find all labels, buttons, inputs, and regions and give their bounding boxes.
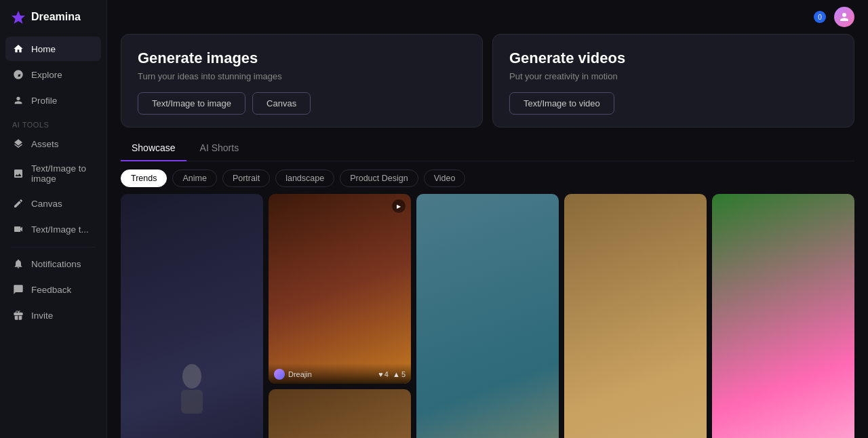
sidebar-item-invite[interactable]: Invite — [5, 303, 101, 327]
play-button-2[interactable]: ▶ — [392, 199, 406, 213]
sidebar-item-text-image[interactable]: Text/Image to image — [5, 157, 101, 190]
gallery-overlay-2: Dreajin ♥ 4 ▲ 5 — [269, 363, 411, 384]
logo-icon — [11, 9, 26, 24]
video-icon — [12, 223, 24, 235]
sidebar-item-explore[interactable]: Explore — [5, 62, 101, 87]
filter-portrait[interactable]: Portrait — [222, 170, 270, 187]
gallery-item-6[interactable]: Doane ♥ 2 ▲ 21 — [269, 389, 411, 438]
gallery-item-3[interactable]: Dreajin ♥ 6 ▲ 141 — [416, 194, 559, 438]
gallery-item-1[interactable]: Dreajin ♥ 12 ▲ 294 — [121, 194, 263, 438]
gallery: Dreajin ♥ 12 ▲ 294 ▶ Dreajin ♥ 4 ▲ 5 — [107, 194, 868, 438]
gallery-item-4[interactable]: Dreajin ♥ 10 ▲ 234 — [564, 194, 707, 438]
sidebar-canvas-label: Canvas — [31, 199, 62, 209]
sidebar-feedback-label: Feedback — [31, 285, 71, 295]
filter-landscape[interactable]: landscape — [275, 170, 334, 187]
logo[interactable]: Dreamina — [0, 0, 106, 34]
sidebar-notifications-label: Notifications — [31, 259, 81, 269]
generate-images-title: Generate images — [138, 49, 466, 67]
ai-tools-label: AI tools — [5, 114, 101, 132]
sidebar-item-feedback[interactable]: Feedback — [5, 277, 101, 302]
generate-images-subtitle: Turn your ideas into stunning images — [138, 71, 466, 81]
sidebar-item-assets[interactable]: Assets — [5, 132, 101, 156]
filter-anime[interactable]: Anime — [172, 170, 216, 187]
sidebar-explore-label: Explore — [31, 70, 62, 80]
svg-point-1 — [182, 364, 201, 389]
sidebar-item-text-video[interactable]: Text/Image t... — [5, 217, 101, 241]
generate-videos-buttons: Text/Image to video — [509, 92, 837, 115]
svg-marker-0 — [12, 11, 25, 24]
compass-icon — [12, 68, 24, 81]
tabs-section: Showcase AI Shorts Trends Anime Portrait… — [107, 138, 868, 194]
sidebar-divider — [11, 247, 96, 247]
hero-section: Generate images Turn your ideas into stu… — [107, 34, 868, 138]
generate-videos-title: Generate videos — [509, 49, 837, 67]
notification-badge[interactable]: 0 — [814, 11, 826, 23]
sidebar-nav: Home Explore Profile AI tools Assets T — [0, 37, 106, 438]
gift-icon — [12, 309, 24, 321]
sidebar-invite-label: Invite — [31, 311, 53, 321]
gallery-stats-2: ♥ 4 ▲ 5 — [378, 370, 406, 378]
generate-images-card: Generate images Turn your ideas into stu… — [121, 34, 483, 127]
layers-icon — [12, 138, 24, 150]
user-avatar-sm-2 — [274, 369, 285, 380]
generate-videos-card: Generate videos Put your creativity in m… — [492, 34, 854, 127]
main-tabs: Showcase AI Shorts — [121, 138, 854, 161]
gallery-item-2[interactable]: ▶ Dreajin ♥ 4 ▲ 5 — [269, 194, 411, 384]
sidebar-item-home[interactable]: Home — [5, 37, 101, 61]
image-icon — [12, 167, 24, 180]
filter-trends[interactable]: Trends — [121, 170, 167, 187]
sidebar-profile-label: Profile — [31, 96, 57, 106]
user-icon — [12, 94, 24, 106]
app-name: Dreamina — [31, 11, 81, 23]
sidebar-item-profile[interactable]: Profile — [5, 88, 101, 113]
top-bar: 0 — [107, 0, 868, 34]
sidebar-textvideo-label: Text/Image t... — [31, 224, 89, 235]
canvas-button[interactable]: Canvas — [252, 92, 311, 115]
notification-count: 0 — [814, 11, 826, 23]
generate-images-buttons: Text/Image to image Canvas — [138, 92, 466, 115]
gallery-item-5[interactable]: Dreajin ♥ 14 ▲ 290 — [712, 194, 854, 438]
bell-icon — [12, 258, 24, 270]
sidebar-home-label: Home — [31, 44, 56, 54]
tab-ai-shorts[interactable]: AI Shorts — [189, 138, 250, 161]
text-image-to-image-button[interactable]: Text/Image to image — [138, 92, 245, 115]
main-content: 0 Generate images Turn your ideas into s… — [107, 0, 868, 438]
user-avatar[interactable] — [834, 7, 854, 27]
message-icon — [12, 283, 24, 296]
sidebar-item-notifications[interactable]: Notifications — [5, 252, 101, 276]
home-icon — [12, 43, 24, 55]
generate-videos-subtitle: Put your creativity in motion — [509, 71, 837, 81]
gallery-user-2: Dreajin — [274, 369, 312, 380]
filter-product-design[interactable]: Product Design — [340, 170, 418, 187]
edit-icon — [12, 197, 24, 210]
svg-rect-2 — [181, 390, 203, 414]
sidebar-textimage-label: Text/Image to image — [31, 163, 94, 184]
sidebar-assets-label: Assets — [31, 139, 59, 149]
sidebar: Dreamina Home Explore Profile AI tools — [0, 0, 107, 438]
filter-video[interactable]: Video — [424, 170, 466, 187]
tab-showcase[interactable]: Showcase — [121, 138, 186, 161]
sidebar-item-canvas[interactable]: Canvas — [5, 191, 101, 216]
text-image-to-video-button[interactable]: Text/Image to video — [509, 92, 614, 115]
filter-tabs: Trends Anime Portrait landscape Product … — [121, 170, 854, 187]
